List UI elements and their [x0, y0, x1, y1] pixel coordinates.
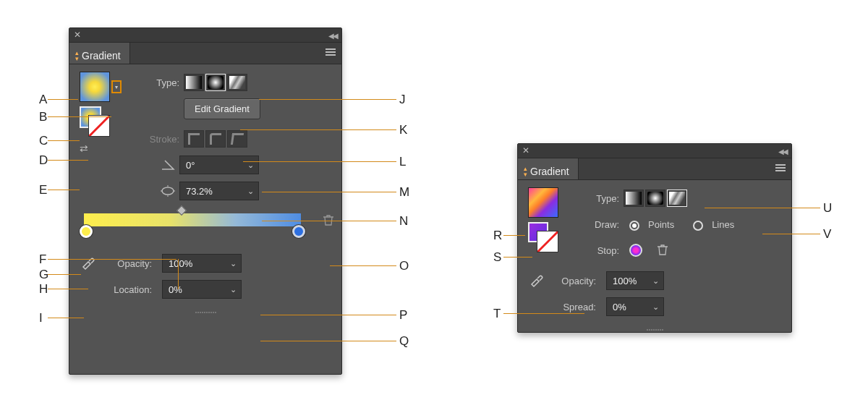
- angle-value: 0°: [186, 160, 195, 171]
- reverse-gradient-icon[interactable]: ⇄: [80, 142, 88, 154]
- stroke-none-swatch[interactable]: [88, 115, 110, 137]
- draw-points-radio[interactable]: [629, 221, 639, 231]
- leader-T: [503, 313, 584, 314]
- aspect-ratio-field[interactable]: 73.2% ⌄: [179, 182, 259, 200]
- leader-V: [762, 234, 820, 234]
- gradient-stop-left[interactable]: [80, 225, 93, 238]
- collapse-icon[interactable]: ◀◀: [328, 32, 337, 40]
- callout-D: D: [39, 153, 48, 168]
- type-linear-button[interactable]: [184, 74, 204, 91]
- location-field[interactable]: 0% ⌄: [162, 280, 242, 299]
- resize-grip[interactable]: [518, 326, 791, 333]
- leader-C: [48, 140, 80, 141]
- gradient-preview-swatch[interactable]: [528, 187, 558, 218]
- type-linear-button[interactable]: [624, 190, 644, 207]
- edit-gradient-button[interactable]: Edit Gradient: [184, 98, 260, 119]
- opacity-value: 100%: [613, 276, 637, 286]
- draw-lines-label: Lines: [712, 219, 734, 230]
- stop-color-swatch[interactable]: [629, 244, 642, 257]
- chevron-down-icon[interactable]: ⌄: [652, 276, 659, 286]
- leader-I: [48, 318, 84, 318]
- eyedropper-icon[interactable]: [528, 272, 544, 290]
- panel-menu-icon[interactable]: [326, 48, 336, 56]
- panel-body: Type: Draw: Points Lines Stop:: [518, 180, 791, 326]
- panel-title: Gradient: [82, 50, 121, 61]
- callout-G: G: [39, 268, 48, 282]
- stop-label: Stop:: [583, 245, 619, 256]
- chevron-down-icon[interactable]: ⌄: [230, 285, 237, 294]
- stroke-none-swatch[interactable]: [537, 231, 558, 252]
- collapse-icon[interactable]: ◀◀: [778, 148, 787, 156]
- expand-arrows-icon: ▴▾: [524, 166, 527, 177]
- draw-lines-radio[interactable]: [693, 221, 703, 231]
- leader-N: [262, 221, 396, 221]
- leader-S: [503, 257, 532, 258]
- gradient-panel-left: ✕ ◀◀ ▴▾ Gradient ▾ ⇄: [69, 27, 342, 375]
- type-radial-button[interactable]: [645, 190, 665, 207]
- leader-A: [48, 99, 78, 100]
- spread-field[interactable]: 0% ⌄: [606, 297, 664, 316]
- callout-U: U: [823, 201, 832, 216]
- leader-F-drop: [178, 259, 179, 289]
- chevron-down-icon[interactable]: ⌄: [247, 187, 254, 196]
- gradient-panel-right: ✕ ◀◀ ▴▾ Gradient Type:: [517, 143, 792, 333]
- type-label: Type:: [133, 77, 179, 88]
- angle-icon: [161, 159, 175, 171]
- callout-B: B: [39, 110, 47, 124]
- stroke-within-button[interactable]: [184, 130, 204, 148]
- callout-K: K: [399, 123, 407, 137]
- gradient-midpoint[interactable]: [176, 205, 187, 216]
- leader-J: [259, 99, 396, 100]
- swatch-column: ▾ ⇄: [80, 72, 124, 206]
- tab-gradient[interactable]: ▴▾ Gradient: [69, 43, 130, 64]
- chevron-down-icon[interactable]: ⌄: [230, 259, 237, 268]
- aspect-ratio-value: 73.2%: [186, 186, 213, 197]
- gradient-preview-swatch[interactable]: [80, 72, 110, 102]
- chevron-down-icon[interactable]: ⌄: [652, 302, 659, 312]
- close-icon[interactable]: ✕: [522, 145, 529, 156]
- type-radial-button[interactable]: [205, 74, 226, 91]
- type-freeform-button[interactable]: [227, 74, 247, 91]
- stroke-along-button[interactable]: [205, 130, 226, 148]
- callout-M: M: [399, 185, 409, 200]
- gradient-slider-track[interactable]: [84, 213, 301, 226]
- location-label: Location:: [101, 284, 152, 295]
- draw-label: Draw:: [583, 219, 619, 230]
- leader-F: [48, 259, 176, 260]
- callout-R: R: [493, 229, 502, 243]
- panel-menu-icon[interactable]: [775, 164, 786, 171]
- gradient-stop-right[interactable]: [292, 225, 305, 238]
- fill-stroke-swatch[interactable]: [80, 106, 110, 137]
- swatch-menu-dropdown[interactable]: ▾: [111, 80, 122, 93]
- leader-U: [705, 208, 820, 208]
- expand-arrows-icon: ▴▾: [75, 50, 79, 61]
- stroke-across-button[interactable]: [227, 130, 247, 148]
- leader-G: [48, 274, 81, 275]
- leader-D: [48, 160, 88, 161]
- leader-K: [240, 129, 396, 130]
- eyedropper-icon[interactable]: [80, 255, 95, 273]
- callout-Q: Q: [399, 334, 409, 349]
- tab-row: ▴▾ Gradient: [69, 43, 341, 64]
- leader-R: [503, 235, 525, 236]
- titlebar: ✕ ◀◀: [69, 28, 341, 43]
- tab-gradient[interactable]: ▴▾ Gradient: [518, 158, 579, 179]
- spread-value: 0%: [613, 302, 626, 312]
- close-icon[interactable]: ✕: [74, 30, 81, 40]
- fill-stroke-swatch[interactable]: [528, 222, 558, 252]
- delete-stop-icon[interactable]: [657, 243, 668, 258]
- type-freeform-button[interactable]: [667, 190, 687, 207]
- leader-L: [243, 161, 396, 162]
- callout-T: T: [493, 307, 501, 321]
- opacity-label: Opacity:: [550, 276, 596, 286]
- svg-point-0: [162, 187, 174, 195]
- angle-field[interactable]: 0° ⌄: [179, 156, 259, 174]
- callout-J: J: [399, 93, 406, 107]
- leader-Q: [260, 341, 396, 341]
- opacity-field[interactable]: 100% ⌄: [162, 254, 242, 273]
- opacity-field[interactable]: 100% ⌄: [606, 271, 664, 290]
- callout-V: V: [823, 227, 831, 242]
- swatch-column: [528, 187, 573, 265]
- callout-N: N: [399, 214, 408, 229]
- callout-A: A: [39, 93, 47, 107]
